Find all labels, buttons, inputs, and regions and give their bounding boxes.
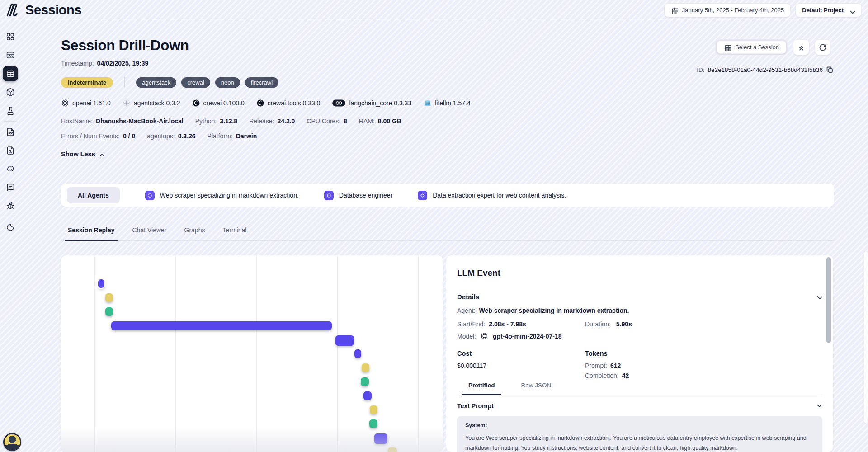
- sidebar-item-feedback[interactable]: [3, 180, 18, 195]
- agent-filter-item[interactable]: Database engineer: [324, 191, 392, 200]
- tab-graphs[interactable]: Graphs: [184, 226, 205, 240]
- litellm-logo-icon: [423, 99, 432, 107]
- package-label: langchain_core 0.3.33: [349, 99, 411, 107]
- sidebar-item-projects[interactable]: [3, 47, 18, 63]
- replay-event-bar-llm[interactable]: [363, 391, 372, 400]
- tab-prettified[interactable]: Prettified: [468, 382, 495, 395]
- text-prompt-collapse-chevron-icon[interactable]: [816, 403, 822, 409]
- cost-section-title: Cost: [457, 350, 822, 357]
- sidebar-item-discord[interactable]: [3, 161, 18, 177]
- stat-value: 3.12.8: [220, 118, 237, 125]
- stat-value: Dhanushs-MacBook-Air.local: [96, 118, 184, 125]
- logs-file-search-icon: [6, 146, 15, 155]
- event-view-tabs: Prettified Raw JSON: [457, 382, 822, 395]
- session-table-icon: [724, 44, 731, 51]
- collapse-button[interactable]: [793, 39, 809, 55]
- replay-event-bar-action[interactable]: [361, 377, 369, 386]
- tokens-section-title: Tokens: [585, 350, 629, 357]
- stat-value: 0.3.26: [178, 132, 196, 140]
- text-prompt-section-title: Text Prompt: [457, 402, 494, 410]
- user-avatar[interactable]: [3, 433, 21, 451]
- page-title: Session Drill-Down: [61, 37, 471, 54]
- packages-cube-icon: [6, 88, 15, 97]
- session-id-label: ID:: [697, 66, 704, 73]
- sidebar-item-sessions[interactable]: [3, 66, 18, 81]
- meta-stats-row: Errors / Num Events:0 / 0 agentops:0.3.2…: [61, 132, 471, 140]
- replay-event-bar-llm[interactable]: [374, 433, 387, 444]
- tab-session-replay[interactable]: Session Replay: [68, 226, 115, 240]
- session-id-value: 8e2e1858-01a0-44d2-9531-b68d432f5b36: [708, 66, 823, 73]
- sidebar-item-dark-mode[interactable]: [3, 220, 18, 235]
- completion-tokens-value: 42: [622, 372, 629, 379]
- sidebar-item-bug-report[interactable]: [3, 198, 18, 214]
- stat-label: HostName:: [61, 118, 93, 125]
- session-id-row: ID: 8e2e1858-01a0-44d2-9531-b68d432f5b36: [697, 66, 833, 73]
- discord-icon: [6, 165, 15, 174]
- tab-terminal[interactable]: Terminal: [222, 226, 246, 240]
- sidebar-item-docs[interactable]: DOC: [3, 124, 18, 140]
- session-replay-chart: [61, 255, 443, 452]
- package-label: crewai 0.100.0: [203, 99, 245, 107]
- stat-label: Platform:: [208, 132, 233, 140]
- stat-value: 0 / 0: [123, 132, 135, 140]
- sidebar-item-packages[interactable]: [3, 85, 18, 100]
- feedback-chat-icon: [6, 183, 15, 192]
- details-section-title: Details: [457, 293, 479, 301]
- replay-event-bar-tool[interactable]: [370, 405, 377, 414]
- stat-value: 8: [344, 118, 347, 125]
- all-agents-button[interactable]: All Agents: [67, 187, 120, 203]
- select-session-button[interactable]: Select a Session: [717, 41, 786, 54]
- stat-label: RAM:: [359, 118, 375, 125]
- select-session-wrap: Select a Session: [715, 39, 788, 55]
- sidebar-item-evals[interactable]: [3, 103, 18, 118]
- tag-pill: neon: [215, 77, 240, 88]
- crewai-logo-icon: [192, 99, 200, 107]
- replay-event-bar-llm[interactable]: [354, 349, 361, 358]
- agent-filter-item[interactable]: Data extraction expert for web content a…: [418, 191, 566, 200]
- project-selector[interactable]: Default Project: [795, 3, 862, 17]
- sidebar-item-dashboard[interactable]: [3, 29, 18, 44]
- replay-event-bar-tool[interactable]: [362, 363, 369, 372]
- tag-pill: agentstack: [136, 77, 176, 88]
- refresh-button[interactable]: [815, 39, 831, 55]
- details-collapse-chevron-icon[interactable]: [815, 293, 822, 301]
- replay-event-bar-tool[interactable]: [105, 293, 113, 302]
- show-less-toggle[interactable]: Show Less: [61, 151, 471, 158]
- package-item: crewai 0.100.0: [192, 99, 245, 107]
- package-versions-row: openai 1.61.0 agentstack 0.3.2 crewai 0.…: [61, 99, 471, 107]
- agent-filter-item[interactable]: Web scraper specializing in markdown ext…: [145, 191, 299, 200]
- prompt-tokens-value: 612: [610, 362, 621, 369]
- chart-gridline: [337, 255, 338, 452]
- langchain-logo-icon: [332, 99, 346, 107]
- status-badge: Indeterminate: [61, 77, 113, 88]
- dashboard-grid-icon: [6, 32, 15, 41]
- session-header: Session Drill-Down Timestamp: 04/02/2025…: [61, 37, 471, 158]
- agentstack-logo-icon: [123, 99, 131, 107]
- badge-divider: [124, 77, 125, 88]
- replay-event-bar-action[interactable]: [369, 419, 377, 428]
- select-session-label: Select a Session: [735, 44, 779, 51]
- tab-raw-json[interactable]: Raw JSON: [521, 382, 552, 395]
- stat-value: Darwin: [236, 132, 257, 140]
- show-less-label: Show Less: [61, 151, 95, 158]
- tab-chat-viewer[interactable]: Chat Viewer: [132, 226, 167, 240]
- chevron-up-icon: [98, 151, 105, 158]
- replay-event-bar-llm[interactable]: [98, 279, 104, 288]
- package-label: agentstack 0.3.2: [134, 99, 180, 107]
- sidebar-item-logs[interactable]: [3, 143, 18, 158]
- event-panel-scrollbar[interactable]: [826, 257, 831, 343]
- replay-event-bar-action[interactable]: [105, 307, 113, 316]
- date-range-label: January 5th, 2025 - February 4th, 2025: [682, 7, 784, 14]
- page-scrollbar[interactable]: [864, 251, 868, 423]
- package-label: litellm 1.57.4: [435, 99, 471, 107]
- projects-window-icon: [6, 51, 15, 60]
- replay-event-bar-llm[interactable]: [335, 335, 354, 346]
- replay-event-bar-llm[interactable]: [111, 321, 332, 330]
- package-item: litellm 1.57.4: [423, 99, 471, 107]
- replay-event-bar-tool[interactable]: [388, 447, 397, 452]
- app-frame: Sessions January 5th, 2025 - February 4t…: [0, 0, 868, 452]
- copy-icon[interactable]: [826, 66, 833, 73]
- date-range-picker[interactable]: January 5th, 2025 - February 4th, 2025: [664, 3, 791, 17]
- system-prompt-box: System: You are Web scraper specializing…: [457, 416, 822, 452]
- package-label: openai 1.61.0: [72, 99, 111, 107]
